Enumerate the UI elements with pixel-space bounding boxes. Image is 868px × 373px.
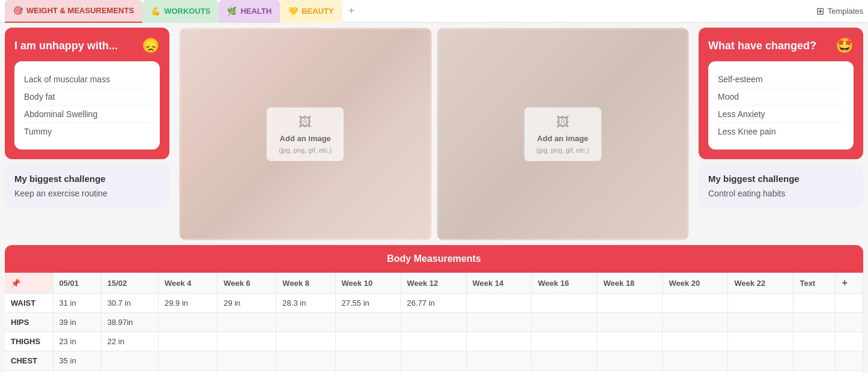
cell-value[interactable] [335, 332, 401, 351]
tab-workouts[interactable]: 💪 WORKOUTS [142, 0, 219, 23]
col-week18[interactable]: Week 18 [597, 273, 663, 294]
cell-value[interactable] [466, 371, 532, 374]
cell-value[interactable]: 28.3 in [276, 294, 335, 313]
cell-value[interactable]: 23 in [53, 332, 101, 351]
cell-value[interactable] [532, 313, 597, 332]
tab-beauty[interactable]: 💛 BEAUTY [280, 0, 342, 23]
cell-value[interactable] [728, 371, 794, 374]
cell-value[interactable]: 29.9 in [158, 294, 217, 313]
cell-value[interactable] [335, 351, 401, 371]
cell-value[interactable] [728, 332, 794, 351]
cell-value[interactable] [335, 371, 401, 374]
add-tab-button[interactable]: + [342, 2, 361, 20]
cell-value[interactable]: 31 in [53, 294, 101, 313]
cell-value[interactable] [532, 371, 597, 374]
changed-card-title: What have changed? [708, 40, 816, 52]
cell-value[interactable] [597, 371, 663, 374]
cell-value[interactable] [276, 371, 335, 374]
cell-value[interactable] [466, 332, 532, 351]
cell-value[interactable] [158, 371, 217, 374]
cell-value[interactable] [597, 313, 663, 332]
changed-card-header: What have changed? 🤩 [708, 37, 854, 54]
cell-value[interactable] [276, 351, 335, 371]
table-header-row: 📌 05/01 15/02 Week 4 Week 6 Week 8 Week … [5, 273, 863, 294]
cell-value[interactable] [158, 332, 217, 351]
col-week16[interactable]: Week 16 [532, 273, 597, 294]
cell-value[interactable] [836, 313, 863, 332]
cell-value[interactable]: 29 in [217, 294, 276, 313]
col-week8[interactable]: Week 8 [276, 273, 335, 294]
cell-value[interactable] [466, 351, 532, 371]
col-15-02[interactable]: 15/02 [101, 273, 158, 294]
col-week12[interactable]: Week 12 [401, 273, 466, 294]
cell-value[interactable] [728, 351, 794, 371]
cell-value[interactable] [158, 313, 217, 332]
cell-value[interactable]: 26.77 in [401, 294, 466, 313]
cell-value[interactable] [401, 351, 466, 371]
cell-value[interactable] [794, 332, 836, 351]
left-challenge-text: Keep an exercise routine [14, 189, 160, 198]
cell-value[interactable] [158, 351, 217, 371]
cell-value[interactable] [217, 313, 276, 332]
add-column-button[interactable]: + [836, 273, 863, 294]
col-week4[interactable]: Week 4 [158, 273, 217, 294]
cell-value[interactable] [276, 332, 335, 351]
cell-value[interactable] [794, 294, 836, 313]
cell-value[interactable] [794, 313, 836, 332]
cell-value[interactable] [401, 371, 466, 374]
cell-value[interactable] [217, 351, 276, 371]
cell-value[interactable] [466, 294, 532, 313]
image-panel-left[interactable]: 🖼 Add an image (jpg, png, gif, etc.) [179, 28, 432, 240]
cell-value[interactable] [836, 332, 863, 351]
templates-button[interactable]: ⊞ Templates [816, 5, 863, 17]
cell-value[interactable] [335, 313, 401, 332]
cell-value[interactable] [101, 371, 158, 374]
image-panel-right[interactable]: 🖼 Add an image (jpg, png, gif, etc.) [437, 28, 690, 240]
cell-value[interactable]: 35 in [53, 351, 101, 371]
col-week20[interactable]: Week 20 [663, 273, 728, 294]
cell-value[interactable] [663, 294, 728, 313]
cell-value[interactable] [217, 332, 276, 351]
row-label: WAIST [5, 294, 53, 313]
col-week10[interactable]: Week 10 [335, 273, 401, 294]
cell-value[interactable] [217, 371, 276, 374]
cell-value[interactable] [101, 351, 158, 371]
cell-value[interactable] [597, 332, 663, 351]
beauty-tab-emoji: 💛 [288, 7, 298, 16]
cell-value[interactable] [663, 351, 728, 371]
cell-value[interactable] [836, 294, 863, 313]
cell-value[interactable] [401, 313, 466, 332]
image-upload-left[interactable]: 🖼 Add an image (jpg, png, gif, etc.) [266, 107, 344, 162]
cell-value[interactable]: 39 in [53, 313, 101, 332]
cell-value[interactable]: 38.97in [101, 313, 158, 332]
image-upload-right[interactable]: 🖼 Add an image (jpg, png, gif, etc.) [524, 107, 602, 162]
cell-value[interactable] [532, 294, 597, 313]
cell-value[interactable]: 12 in [53, 371, 101, 374]
cell-value[interactable] [836, 351, 863, 371]
cell-value[interactable] [276, 313, 335, 332]
tab-health[interactable]: 🌿 HEALTH [219, 0, 280, 23]
col-05-01[interactable]: 05/01 [53, 273, 101, 294]
cell-value[interactable] [532, 351, 597, 371]
tab-weight[interactable]: 🎯 WEIGHT & MEASUREMENTS [5, 0, 142, 23]
cell-value[interactable]: 27.55 in [335, 294, 401, 313]
cell-value[interactable] [728, 294, 794, 313]
cell-value[interactable] [663, 313, 728, 332]
cell-value[interactable] [663, 332, 728, 351]
cell-value[interactable] [663, 371, 728, 374]
cell-value[interactable] [466, 313, 532, 332]
cell-value[interactable] [836, 371, 863, 374]
cell-value[interactable] [597, 351, 663, 371]
cell-value[interactable] [401, 332, 466, 351]
cell-value[interactable] [532, 332, 597, 351]
col-week6[interactable]: Week 6 [217, 273, 276, 294]
cell-value[interactable] [597, 294, 663, 313]
cell-value[interactable] [794, 371, 836, 374]
cell-value[interactable] [794, 351, 836, 371]
cell-value[interactable]: 22 in [101, 332, 158, 351]
cell-value[interactable]: 30.7 in [101, 294, 158, 313]
col-week14[interactable]: Week 14 [466, 273, 532, 294]
cell-value[interactable] [728, 313, 794, 332]
col-text[interactable]: Text [794, 273, 836, 294]
col-week22[interactable]: Week 22 [728, 273, 794, 294]
